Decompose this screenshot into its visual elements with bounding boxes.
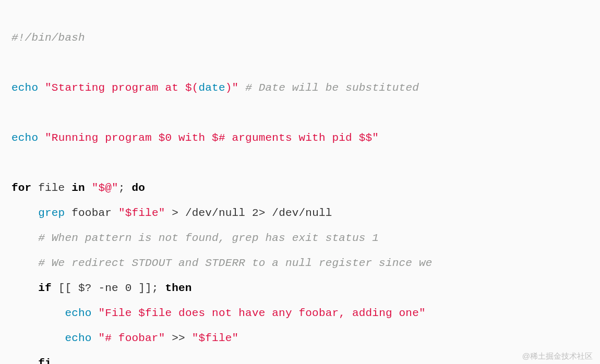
echo-builtin: echo (11, 132, 38, 144)
code-line-9: # When pattern is not found, grep has ex… (11, 226, 589, 251)
code-line-7: for file in "$@"; do (11, 176, 589, 201)
code-line-12: echo "File $file does not have any fooba… (11, 301, 589, 326)
blank-line (11, 51, 589, 76)
then-keyword: then (165, 282, 191, 294)
for-keyword: for (11, 182, 31, 194)
string-literal: "$file" (118, 207, 165, 219)
string-literal: "$file" (192, 332, 239, 344)
if-keyword: if (38, 282, 52, 294)
code-line-3: echo "Starting program at $(date)" # Dat… (11, 76, 589, 101)
blank-line (11, 101, 589, 126)
redirect: > /dev/null 2> /dev/null (165, 207, 332, 219)
date-builtin: date (198, 82, 225, 94)
echo-builtin: echo (65, 307, 91, 319)
echo-builtin: echo (11, 82, 38, 94)
append-op: >> (165, 332, 191, 344)
comment: # When pattern is not found, grep has ex… (38, 232, 379, 244)
code-line-11: if [[ $? -ne 0 ]]; then (11, 276, 589, 301)
fi-keyword: fi (38, 357, 52, 364)
code-line-5: echo "Running program $0 with $# argumen… (11, 126, 589, 151)
shebang-comment: #!/bin/bash (11, 32, 85, 44)
inline-comment: # Date will be substituted (245, 82, 419, 94)
loop-var: file (31, 182, 71, 194)
blank-line (11, 151, 589, 176)
echo-builtin: echo (65, 332, 91, 344)
string-literal: "# foobar" (98, 332, 165, 344)
string-literal: "Starting program at $(date)" (45, 82, 238, 94)
code-line-13: echo "# foobar" >> "$file" (11, 326, 589, 351)
condition: [[ $? -ne 0 ]]; (52, 282, 165, 294)
in-keyword: in (71, 182, 85, 194)
grep-builtin: grep (38, 207, 65, 219)
do-keyword: do (131, 182, 145, 194)
code-line-1: #!/bin/bash (11, 26, 589, 51)
code-block: #!/bin/bashecho "Starting program at $(d… (0, 0, 600, 364)
grep-arg: foobar (71, 207, 118, 219)
code-line-10: # We redirect STDOUT and STDERR to a nul… (11, 251, 589, 276)
string-literal: "Running program $0 with $# arguments wi… (45, 132, 379, 144)
comment: # We redirect STDOUT and STDERR to a nul… (38, 257, 432, 269)
code-line-14: fi (11, 351, 589, 364)
string-literal: "$@" (92, 182, 118, 194)
code-line-8: grep foobar "$file" > /dev/null 2> /dev/… (11, 201, 589, 226)
string-literal: "File $file does not have any foobar, ad… (98, 307, 425, 319)
